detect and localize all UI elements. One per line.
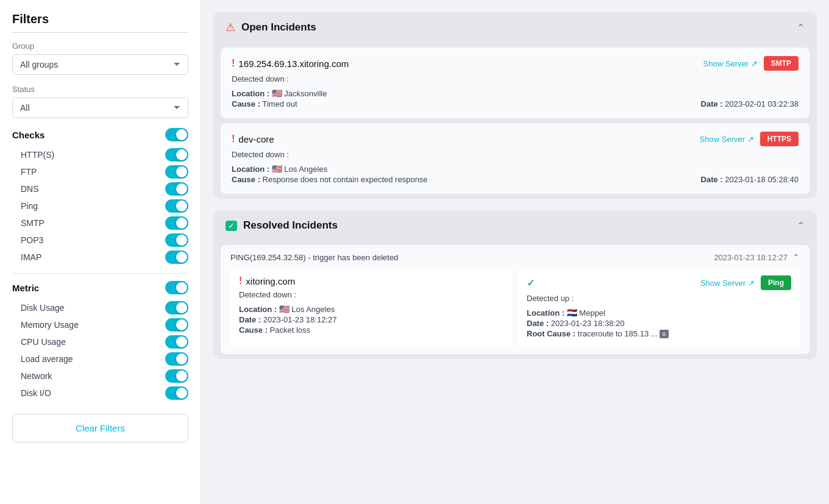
location-detail-inc1: Location : 🇺🇸 Jacksonville <box>232 88 327 98</box>
show-server-link-inc2[interactable]: Show Server ↗ <box>700 135 754 144</box>
check-toggle-dns[interactable] <box>165 182 188 196</box>
main-content: ⚠ Open Incidents ⌃ ! 169.254.69.13.xitor… <box>201 0 829 504</box>
metric-label-memory-usage: Memory Usage <box>21 320 79 330</box>
up-card-header-0: ✓ Show Server ↗ Ping <box>527 275 791 290</box>
check-item-smtp: SMTP <box>12 215 188 232</box>
open-incidents-collapse-icon[interactable]: ⌃ <box>797 22 805 34</box>
metric-toggle-load-average[interactable] <box>165 352 188 366</box>
trigger-date-0: 2023-01-23 18:12:27 <box>714 253 788 262</box>
check-item-dns: DNS <box>12 180 188 197</box>
group-select[interactable]: All groups Group 1 Group 2 <box>12 54 188 75</box>
resolved-incidents-header-left: ✓ Resolved Incidents <box>226 219 338 232</box>
up-show-server-link-0[interactable]: Show Server ↗ <box>700 279 755 288</box>
metric-toggle-memory-usage[interactable] <box>165 318 188 332</box>
up-card-check-0: ✓ <box>527 277 535 289</box>
metrics-list: Disk Usage Memory Usage CPU Usage Load a… <box>12 299 188 402</box>
resolved-incidents-collapse-icon[interactable]: ⌃ <box>797 220 805 232</box>
metric-toggle-cpu-usage[interactable] <box>165 335 188 349</box>
warning-icon: ⚠ <box>226 21 235 34</box>
up-card-0: ✓ Show Server ↗ Ping Detected up : Locat… <box>518 268 800 347</box>
metric-toggle-disk-io[interactable] <box>165 386 188 400</box>
check-label-http: HTTP(S) <box>21 150 54 160</box>
sidebar-divider <box>12 32 188 33</box>
location-detail-inc2: Location : 🇺🇸 Los Angeles <box>232 164 327 174</box>
open-incidents-section: ⚠ Open Incidents ⌃ ! 169.254.69.13.xitor… <box>213 12 817 199</box>
check-toggle-pop3[interactable] <box>165 233 188 247</box>
check-toggle-smtp[interactable] <box>165 216 188 230</box>
up-detected-label-0: Detected up : <box>527 294 791 303</box>
sidebar: Filters Group All groups Group 1 Group 2… <box>0 0 201 504</box>
metric-item-disk-usage: Disk Usage <box>12 299 188 316</box>
resolved-incidents-title: Resolved Incidents <box>243 219 338 232</box>
detail-row-location-inc2: Location : 🇺🇸 Los Angeles <box>232 164 799 174</box>
incident-actions-inc2: Show Server ↗ HTTPS <box>700 132 799 146</box>
incident-title-row-inc2: ! dev-core <box>232 133 274 144</box>
incident-header-inc2: ! dev-core Show Server ↗ HTTPS <box>232 132 799 146</box>
doc-icon-0[interactable]: ≡ <box>660 330 668 338</box>
metric-label-disk-usage: Disk Usage <box>21 303 65 313</box>
incident-badge-inc1: SMTP <box>764 56 799 71</box>
open-incidents-title: Open Incidents <box>241 21 316 34</box>
up-date-0: Date : 2023-01-23 18:38:20 <box>527 319 624 328</box>
detected-label-inc2: Detected down : <box>232 150 799 159</box>
metric-toggle-disk-usage[interactable] <box>165 301 188 314</box>
down-card-exclaim-0: ! <box>239 275 242 286</box>
incident-actions-inc1: Show Server ↗ SMTP <box>703 56 799 71</box>
status-select[interactable]: All Up Down <box>12 98 188 118</box>
open-incident-inc2: ! dev-core Show Server ↗ HTTPS Detected … <box>221 123 809 194</box>
metric-item-disk-io: Disk I/O <box>12 385 188 402</box>
checks-section-header: Checks <box>12 128 188 141</box>
show-server-link-inc1[interactable]: Show Server ↗ <box>703 59 758 68</box>
checks-label: Checks <box>12 130 44 140</box>
check-label-imap: IMAP <box>21 252 41 262</box>
checks-master-toggle[interactable] <box>165 128 188 141</box>
down-location-0: Location : 🇺🇸 Los Angeles <box>239 304 335 314</box>
metric-item-memory-usage: Memory Usage <box>12 316 188 333</box>
cause-detail-inc2: Cause : Response does not contain expect… <box>232 175 428 184</box>
check-label-ping: Ping <box>21 201 38 211</box>
down-location-row-0: Location : 🇺🇸 Los Angeles <box>239 304 503 314</box>
up-badge-0: Ping <box>761 275 791 290</box>
check-toggle-ftp[interactable] <box>165 165 188 179</box>
check-toggle-http[interactable] <box>165 148 188 161</box>
open-incidents-header: ⚠ Open Incidents ⌃ <box>213 12 817 43</box>
sidebar-title: Filters <box>12 12 188 26</box>
up-card-title-row-0: ✓ <box>527 277 535 289</box>
check-toggle-imap[interactable] <box>165 250 188 264</box>
up-date-row-0: Date : 2023-01-23 18:38:20 <box>527 319 791 328</box>
check-label-ftp: FTP <box>21 167 37 177</box>
incident-header-inc1: ! 169.254.69.13.xitoring.com Show Server… <box>232 56 799 71</box>
down-card-title-0: xitoring.com <box>246 276 295 286</box>
resolved-icon: ✓ <box>226 221 237 231</box>
down-date-row-0: Date : 2023-01-23 18:12:27 <box>239 315 503 324</box>
down-card-title-row-0: ! xitoring.com <box>239 275 295 286</box>
open-incidents-list: ! 169.254.69.13.xitoring.com Show Server… <box>213 48 817 194</box>
metric-label-cpu-usage: CPU Usage <box>21 337 66 347</box>
detail-row-cause-inc1: Cause : Timed out Date : 2023-02-01 03:2… <box>232 99 799 108</box>
check-label-dns: DNS <box>21 184 39 194</box>
exclaim-icon-inc2: ! <box>232 133 235 144</box>
down-card-header-0: ! xitoring.com <box>239 275 503 286</box>
detail-row-location-inc1: Location : 🇺🇸 Jacksonville <box>232 88 799 98</box>
clear-filters-button[interactable]: Clear Filters <box>12 414 188 442</box>
up-location-row-0: Location : 🇳🇱 Meppel <box>527 308 791 318</box>
metric-toggle-network[interactable] <box>165 369 188 383</box>
exclaim-icon-inc1: ! <box>232 58 235 69</box>
down-detected-label-0: Detected down : <box>239 290 503 299</box>
up-root-cause-0: Root Cause : traceroute to 185.13 ... ≡ <box>527 329 669 338</box>
resolved-incidents-section: ✓ Resolved Incidents ⌃ PING(169.254.32.5… <box>213 211 817 359</box>
metric-master-toggle[interactable] <box>165 281 188 294</box>
check-label-pop3: POP3 <box>21 235 43 245</box>
check-toggle-ping[interactable] <box>165 199 188 213</box>
down-cause-0: Cause : Packet loss <box>239 325 310 335</box>
metric-label-load-average: Load average <box>21 354 73 364</box>
checks-list: HTTP(S) FTP DNS Ping SMTP POP3 <box>12 146 188 266</box>
down-card-0: ! xitoring.com Detected down : Location … <box>230 268 512 347</box>
metric-item-load-average: Load average <box>12 350 188 367</box>
open-incidents-header-left: ⚠ Open Incidents <box>226 21 316 34</box>
up-location-0: Location : 🇳🇱 Meppel <box>527 308 605 318</box>
date-detail-inc1: Date : 2023-02-01 03:22:38 <box>701 99 799 108</box>
metric-label-disk-io: Disk I/O <box>21 388 51 398</box>
trigger-chevron-0[interactable]: ⌃ <box>792 252 800 262</box>
down-date-0: Date : 2023-01-23 18:12:27 <box>239 315 336 324</box>
